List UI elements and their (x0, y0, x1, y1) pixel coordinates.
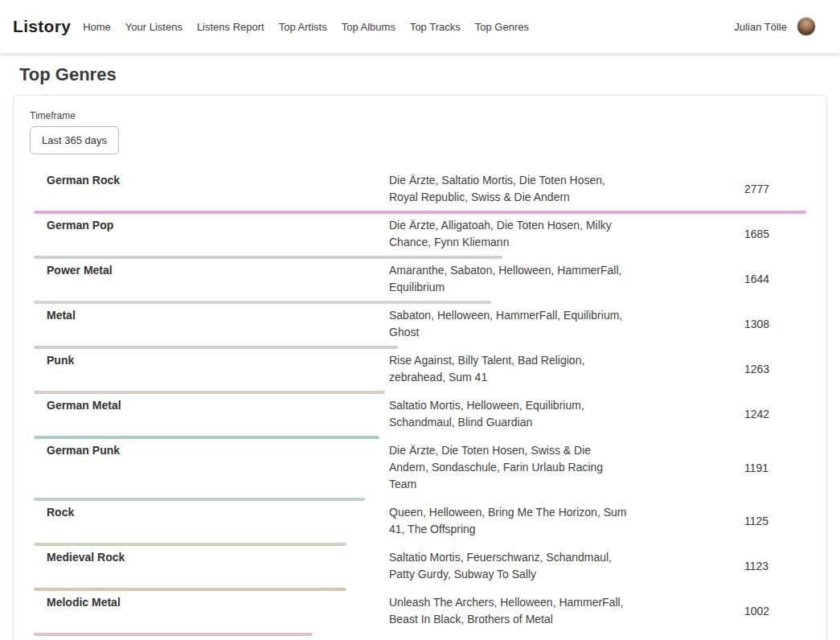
timeframe-select[interactable]: Last 365 days (30, 126, 119, 154)
genre-row: German RockDie Ärzte, Saltatio Mortis, D… (30, 170, 810, 214)
genre-row: Medieval RockSaltatio Mortis, Feuerschwa… (30, 548, 810, 591)
main-content: Top Genres Timeframe Last 365 days Germa… (0, 64, 840, 640)
genre-table: German RockDie Ärzte, Saltatio Mortis, D… (30, 170, 810, 640)
genre-row: German PunkDie Ärzte, Die Toten Hosen, S… (30, 441, 810, 501)
genre-name: Melodic Metal (30, 594, 389, 611)
nav-your-listens[interactable]: Your Listens (125, 21, 182, 33)
genre-bar-track (34, 633, 806, 636)
genre-count: 1308 (712, 318, 810, 330)
genre-name: German Pop (30, 217, 389, 234)
genre-bar (34, 211, 806, 214)
genre-bar-track (34, 543, 806, 546)
genre-count: 1685 (712, 228, 810, 240)
genre-name: Medieval Rock (30, 549, 389, 566)
genre-name: Power Metal (30, 262, 389, 279)
genre-bar-track (34, 436, 806, 439)
genre-row: MetalSabaton, Helloween, HammerFall, Equ… (30, 306, 810, 349)
genre-row: German PopDie Ärzte, Alligatoah, Die Tot… (30, 215, 810, 259)
genre-artists: Queen, Helloween, Bring Me The Horizon, … (389, 504, 632, 538)
genre-artists: Rise Against, Billy Talent, Bad Religion… (389, 352, 632, 386)
genre-bar (34, 633, 313, 636)
genre-bar (34, 301, 491, 304)
genre-bar (34, 436, 379, 439)
genre-name: Punk (30, 352, 389, 369)
genre-artists: Die Ärzte, Saltatio Mortis, Die Toten Ho… (389, 172, 632, 206)
genre-row: German MetalSaltatio Mortis, Helloween, … (30, 396, 810, 439)
genre-artists: Sabaton, Helloween, HammerFall, Equilibr… (389, 307, 632, 341)
genre-bar (34, 543, 346, 546)
genre-row: RockQueen, Helloween, Bring Me The Horiz… (30, 503, 810, 546)
user-avatar[interactable] (797, 17, 816, 36)
genre-count: 1644 (712, 273, 810, 285)
genre-bar (34, 256, 502, 259)
genre-artists: Die Ärzte, Alligatoah, Die Toten Hosen, … (389, 217, 632, 251)
genre-bar-track (34, 211, 806, 214)
nav-top-artists[interactable]: Top Artists (279, 21, 327, 33)
genre-name: German Punk (30, 442, 389, 459)
genre-artists: Die Ärzte, Die Toten Hosen, Swiss & Die … (389, 442, 632, 493)
genre-count: 1123 (712, 560, 810, 572)
nav-home[interactable]: Home (83, 21, 111, 33)
app-header: Listory HomeYour ListensListens ReportTo… (0, 0, 840, 53)
genre-bar-track (34, 256, 806, 259)
genre-count: 1191 (712, 462, 810, 474)
genre-count: 1242 (712, 408, 810, 421)
nav-top-albums[interactable]: Top Albums (342, 21, 395, 33)
genre-count: 1125 (712, 515, 810, 527)
nav-top-tracks[interactable]: Top Tracks (410, 21, 461, 33)
app-logo[interactable]: Listory (13, 17, 71, 36)
genre-bar-track (34, 391, 806, 394)
genre-bar (34, 346, 398, 349)
user-name: Julian Tölle (734, 21, 787, 33)
nav-listens-report[interactable]: Listens Report (197, 21, 264, 33)
genre-count: 2777 (712, 183, 810, 195)
genre-artists: Saltatio Mortis, Helloween, Equilibrium,… (389, 397, 632, 431)
nav-top-genres[interactable]: Top Genres (475, 21, 529, 33)
genre-count: 1263 (712, 363, 810, 375)
genre-bar (34, 588, 346, 591)
genre-row: Melodic MetalUnleash The Archers, Hellow… (30, 593, 810, 636)
genre-bar-track (34, 301, 806, 304)
genre-name: German Metal (30, 397, 389, 414)
genre-count: 1002 (712, 605, 810, 617)
page-title: Top Genres (19, 64, 821, 85)
top-genres-card: Timeframe Last 365 days German RockDie Ä… (13, 95, 827, 640)
genre-bar-track (34, 498, 806, 501)
genre-artists: Saltatio Mortis, Feuerschwanz, Schandmau… (389, 549, 632, 583)
timeframe-label: Timeframe (30, 110, 810, 121)
genre-bar-track (34, 588, 806, 591)
genre-name: Rock (30, 504, 389, 521)
genre-name: German Rock (30, 172, 389, 189)
genre-bar (34, 391, 385, 394)
genre-name: Metal (30, 307, 389, 324)
genre-artists: Unleash The Archers, Helloween, HammerFa… (389, 594, 632, 628)
genre-row: PunkRise Against, Billy Talent, Bad Reli… (30, 351, 810, 394)
user-area: Julian Tölle (734, 17, 816, 36)
genre-artists: Amaranthe, Sabaton, Helloween, HammerFal… (389, 262, 632, 296)
main-nav: HomeYour ListensListens ReportTop Artist… (83, 21, 543, 33)
genre-bar (34, 498, 365, 501)
genre-row: Power MetalAmaranthe, Sabaton, Helloween… (30, 261, 810, 304)
genre-bar-track (34, 346, 806, 349)
